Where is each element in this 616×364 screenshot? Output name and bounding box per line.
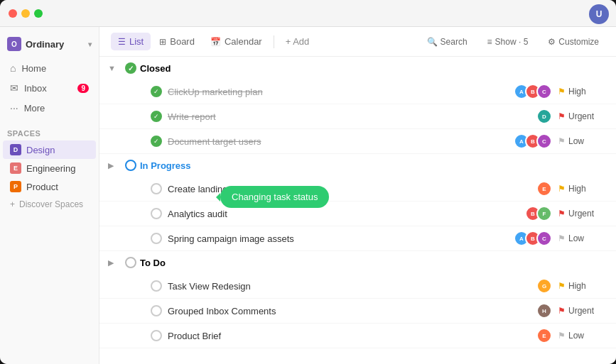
status-tooltip: Changing task status bbox=[220, 186, 329, 208]
inbox-badge: 9 bbox=[77, 84, 89, 93]
avatar: E bbox=[536, 328, 552, 343]
priority-badge: ⚑ Low bbox=[558, 233, 607, 243]
section-header-in-progress[interactable]: ▶ In Progress bbox=[99, 154, 616, 177]
tab-board[interactable]: ⊞ Board bbox=[152, 33, 202, 50]
tab-list[interactable]: ☰ List bbox=[111, 33, 151, 50]
table-row[interactable]: ☐ Grouped Inbox Comments H ⚑ Urgent bbox=[99, 299, 616, 324]
tab-divider bbox=[274, 35, 274, 48]
plus-icon: + bbox=[10, 199, 15, 209]
toolbar-right: 🔍 Search ≡ Show · 5 ⚙ Customize bbox=[421, 34, 605, 50]
priority-badge: ⚑ Low bbox=[558, 331, 607, 341]
closed-status-label: Closed bbox=[140, 63, 171, 74]
flag-icon: ⚑ bbox=[558, 136, 566, 146]
priority-label: Low bbox=[568, 136, 584, 146]
priority-label: Urgent bbox=[568, 306, 594, 316]
avatar: H bbox=[536, 303, 552, 319]
tab-calendar[interactable]: 📅 Calendar bbox=[203, 33, 269, 50]
sidebar-item-home[interactable]: ⌂ Home bbox=[3, 58, 96, 78]
tab-list-label: List bbox=[129, 36, 144, 47]
avatar: C bbox=[536, 133, 552, 149]
list-icon: ☰ bbox=[118, 37, 126, 47]
table-row[interactable]: ☐ ✓ ClickUp marketing plan A B C ⚑ High bbox=[99, 79, 616, 104]
task-status-checkbox[interactable] bbox=[151, 183, 162, 194]
chevron-down-icon: ▾ bbox=[88, 40, 92, 48]
priority-badge: ⚑ Urgent bbox=[558, 209, 607, 219]
priority-badge: ⚑ High bbox=[558, 184, 607, 194]
fullscreen-button[interactable] bbox=[34, 9, 43, 18]
section-header-todo[interactable]: ▶ To Do bbox=[99, 251, 616, 274]
priority-label: High bbox=[568, 184, 586, 194]
priority-label: Urgent bbox=[568, 209, 594, 219]
flag-icon: ⚑ bbox=[558, 306, 566, 316]
avatar-group: E bbox=[536, 328, 552, 343]
avatar-group: E bbox=[536, 181, 552, 197]
flag-icon: ⚑ bbox=[558, 184, 566, 194]
sidebar-item-design[interactable]: D Design bbox=[3, 140, 96, 159]
task-status-checkbox[interactable]: ✓ bbox=[151, 111, 162, 122]
minimize-button[interactable] bbox=[21, 9, 30, 18]
show-button[interactable]: ≡ Show · 5 bbox=[482, 34, 534, 50]
design-space-icon: D bbox=[10, 144, 21, 155]
inbox-icon: ✉ bbox=[10, 82, 18, 94]
more-icon: ··· bbox=[10, 102, 18, 114]
task-status-checkbox[interactable] bbox=[151, 280, 162, 292]
task-status-checkbox[interactable] bbox=[151, 233, 162, 244]
discover-spaces[interactable]: + Discover Spaces bbox=[3, 196, 96, 213]
workspace-selector[interactable]: O Ordinary ▾ bbox=[0, 33, 99, 55]
main-content: ☰ List ⊞ Board 📅 Calendar + Add 🔍 bbox=[99, 27, 616, 364]
task-status-checkbox[interactable]: ✓ bbox=[151, 86, 162, 97]
closed-status-dot: ✓ bbox=[125, 62, 136, 74]
sidebar-item-inbox[interactable]: ✉ Inbox 9 bbox=[3, 78, 96, 98]
table-row[interactable]: ☐ Spring campaign image assets A B C ⚑ L… bbox=[99, 226, 616, 251]
priority-label: Urgent bbox=[568, 111, 594, 121]
priority-badge: ⚑ Low bbox=[558, 136, 607, 146]
tab-board-label: Board bbox=[170, 36, 195, 47]
table-row[interactable]: ☐ Create landing page E ⚑ High Changing … bbox=[99, 177, 616, 202]
table-row[interactable]: ☐ ✓ Document target users A B C ⚑ Low bbox=[99, 129, 616, 154]
section-header-closed[interactable]: ▼ ✓ Closed bbox=[99, 57, 616, 79]
table-row[interactable]: ☐ Task View Redesign G ⚑ High bbox=[99, 274, 616, 299]
show-icon: ≡ bbox=[487, 37, 492, 47]
task-name: Product Brief bbox=[168, 331, 531, 341]
collapse-in-progress-icon: ▶ bbox=[108, 161, 119, 170]
search-button[interactable]: 🔍 Search bbox=[421, 34, 473, 50]
sidebar-item-inbox-label: Inbox bbox=[24, 83, 47, 94]
avatar: G bbox=[536, 278, 552, 294]
sidebar-item-more[interactable]: ··· More bbox=[3, 98, 96, 118]
tab-calendar-label: Calendar bbox=[225, 36, 262, 47]
table-row[interactable]: ☐ Analytics audit B F ⚑ Urgent bbox=[99, 202, 616, 226]
flag-icon: ⚑ bbox=[558, 209, 566, 219]
avatar: E bbox=[536, 181, 552, 197]
task-status-checkbox[interactable]: ✓ bbox=[151, 136, 162, 147]
discover-spaces-label: Discover Spaces bbox=[19, 199, 83, 209]
search-label: Search bbox=[441, 37, 468, 47]
avatar-group: A B C bbox=[514, 84, 552, 99]
engineering-space-icon: E bbox=[10, 162, 21, 174]
todo-status-badge: To Do bbox=[125, 257, 166, 268]
priority-badge: ⚑ Urgent bbox=[558, 306, 607, 316]
task-status-checkbox[interactable] bbox=[151, 208, 162, 219]
workspace-name: Ordinary bbox=[26, 39, 84, 50]
table-row[interactable]: ☐ Product Brief E ⚑ Low bbox=[99, 324, 616, 348]
task-name: ClickUp marketing plan bbox=[168, 87, 508, 97]
engineering-space-label: Engineering bbox=[26, 163, 75, 174]
show-label: Show · 5 bbox=[495, 37, 529, 47]
customize-button[interactable]: ⚙ Customize bbox=[542, 34, 605, 50]
product-space-label: Product bbox=[26, 182, 58, 192]
task-status-checkbox[interactable] bbox=[151, 305, 162, 316]
sidebar-item-more-label: More bbox=[24, 103, 45, 114]
priority-badge: ⚑ High bbox=[558, 87, 607, 96]
sidebar: O Ordinary ▾ ⌂ Home ✉ Inbox 9 ··· More bbox=[0, 27, 99, 364]
close-button[interactable] bbox=[9, 9, 17, 18]
task-name: Task View Redesign bbox=[168, 281, 531, 292]
priority-label: Low bbox=[568, 233, 584, 243]
sidebar-item-product[interactable]: P Product bbox=[3, 177, 96, 196]
table-row[interactable]: ☐ ✓ Write report D ⚑ Urgent bbox=[99, 104, 616, 129]
customize-label: Customize bbox=[558, 37, 599, 47]
task-name: Write report bbox=[168, 111, 531, 122]
avatar-group: G bbox=[536, 278, 552, 294]
task-status-checkbox[interactable] bbox=[151, 330, 162, 341]
sidebar-item-engineering[interactable]: E Engineering bbox=[3, 159, 96, 177]
add-button[interactable]: + Add bbox=[279, 33, 317, 50]
in-progress-status-badge: In Progress bbox=[125, 160, 191, 171]
